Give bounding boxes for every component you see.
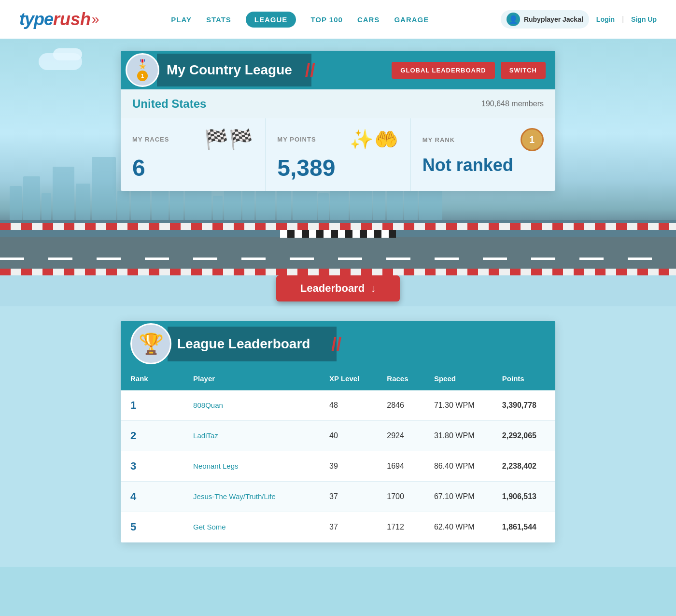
xp-cell: 39 (320, 451, 377, 482)
xp-cell: 37 (320, 482, 377, 512)
races-value: 6 (132, 155, 254, 181)
player-link[interactable]: LadiTaz (193, 431, 218, 440)
player-link[interactable]: 808Quan (193, 401, 223, 409)
lb-slash: // (331, 333, 341, 354)
races-cell: 1700 (377, 482, 424, 512)
header-title-block: My Country League // (157, 54, 311, 86)
xp-cell: 40 (320, 421, 377, 451)
nav-play[interactable]: PLAY (171, 15, 192, 24)
col-rank: Rank (121, 367, 183, 390)
stat-box-races: MY RACES 🏁🏁 6 (121, 118, 265, 191)
card-header-right: GLOBAL LEADERBOARD SWITCH (392, 62, 546, 79)
stats-grid: MY RACES 🏁🏁 6 MY POINTS ✨🤲 5,389 MY RANK (121, 118, 555, 191)
points-label: MY POINTS ✨🤲 (277, 128, 398, 151)
player-link[interactable]: Jesus-The Way/Truth/Life (193, 492, 276, 501)
rank-value: Not ranked (422, 155, 544, 175)
col-speed: Speed (424, 367, 493, 390)
rank-cell: 3 (130, 460, 136, 472)
top-bar: typerush» PLAY STATS LEAGUE TOP 100 CARS… (0, 0, 676, 39)
rank-cell: 5 (130, 521, 136, 533)
road-markings (0, 258, 676, 260)
points-cell: 1,906,513 (493, 482, 555, 512)
table-row: 5 Get Some 37 1712 62.40 WPM 1,861,544 (121, 512, 555, 543)
speed-cell: 71.30 WPM (424, 390, 493, 421)
members-count: 190,648 members (481, 100, 544, 108)
leaderboard-btn-section: Leaderboard ↓ (0, 271, 676, 306)
points-cell: 2,292,065 (493, 421, 555, 451)
rank-label: MY RANK 1 (422, 128, 544, 151)
leaderboard-table: Rank Player XP Level Races Speed Points … (121, 367, 555, 543)
table-row: 1 808Quan 48 2846 71.30 WPM 3,390,778 (121, 390, 555, 421)
rank-cell: 2 (130, 430, 136, 442)
signup-button[interactable]: Sign Up (631, 15, 657, 23)
player-link[interactable]: Get Some (193, 523, 226, 531)
card-header-title: My Country League (167, 62, 292, 78)
country-name: United States (132, 97, 206, 111)
stat-box-points: MY POINTS ✨🤲 5,389 (266, 118, 410, 191)
nav-top100[interactable]: TOP 100 (310, 15, 343, 24)
logo-rush: rush (53, 9, 91, 29)
speed-cell: 67.10 WPM (424, 482, 493, 512)
login-button[interactable]: Login (596, 15, 615, 23)
cloud-2 (53, 48, 82, 60)
lb-title-block: League Leaderboard // (168, 327, 337, 361)
col-races: Races (377, 367, 424, 390)
user-area: 👤 Rubyplayer Jackal Login | Sign Up (501, 10, 657, 29)
global-leaderboard-button[interactable]: GLOBAL LEADERBOARD (392, 62, 494, 79)
points-value: 5,389 (277, 155, 398, 181)
auth-separator: | (622, 15, 624, 24)
speed-cell: 31.80 WPM (424, 421, 493, 451)
col-player: Player (183, 367, 320, 390)
col-points: Points (493, 367, 555, 390)
user-icon: 👤 (507, 13, 520, 26)
rank-medal-icon: 1 (521, 128, 544, 151)
leaderboard-scroll-button[interactable]: Leaderboard ↓ (276, 275, 400, 301)
header-slash: // (305, 60, 315, 81)
nav-cars[interactable]: CARS (357, 15, 380, 24)
logo[interactable]: typerush» (19, 9, 99, 29)
lb-title: League Leaderboard (177, 336, 310, 351)
col-xp: XP Level (320, 367, 377, 390)
table-body: 1 808Quan 48 2846 71.30 WPM 3,390,778 2 … (121, 390, 555, 543)
xp-cell: 37 (320, 512, 377, 543)
down-arrow-icon: ↓ (370, 282, 376, 295)
table-row: 4 Jesus-The Way/Truth/Life 37 1700 67.10… (121, 482, 555, 512)
logo-arrows: » (92, 12, 99, 27)
trophy-icon: 🏆 (139, 332, 164, 356)
country-league-card: 🎖️ 1 My Country League // GLOBAL LEADERB… (121, 51, 555, 191)
checkered-flags-icon: 🏁🏁 (204, 128, 254, 151)
lower-section: 🏆 League Leaderboard // Rank Player XP L… (0, 306, 676, 567)
races-cell: 2846 (377, 390, 424, 421)
trophy-circle: 🏆 (130, 323, 171, 364)
switch-button[interactable]: SWITCH (501, 62, 546, 79)
road-barrier-top (0, 223, 676, 230)
leaderboard-card: 🏆 League Leaderboard // Rank Player XP L… (121, 321, 555, 543)
user-badge: 👤 Rubyplayer Jackal (501, 10, 589, 29)
medal-circle: 🎖️ 1 (126, 53, 159, 87)
races-cell: 2924 (377, 421, 424, 451)
nav-garage[interactable]: GARAGE (394, 15, 429, 24)
speed-cell: 86.40 WPM (424, 451, 493, 482)
races-cell: 1694 (377, 451, 424, 482)
points-cell: 2,238,402 (493, 451, 555, 482)
username-label: Rubyplayer Jackal (524, 15, 583, 23)
table-row: 2 LadiTaz 40 2924 31.80 WPM 2,292,065 (121, 421, 555, 451)
races-cell: 1712 (377, 512, 424, 543)
points-cell: 3,390,778 (493, 390, 555, 421)
card-header-left: 🎖️ 1 My Country League // (130, 53, 311, 87)
logo-type: type (19, 9, 53, 29)
scene: 🎖️ 1 My Country League // GLOBAL LEADERB… (0, 39, 676, 275)
nav-stats[interactable]: STATS (206, 15, 231, 24)
lb-header: 🏆 League Leaderboard // (121, 321, 555, 367)
xp-cell: 48 (320, 390, 377, 421)
stats-banner: United States 190,648 members (121, 89, 555, 118)
main-nav: PLAY STATS LEAGUE TOP 100 CARS GARAGE (171, 12, 429, 28)
table-header: Rank Player XP Level Races Speed Points (121, 367, 555, 390)
nav-league[interactable]: LEAGUE (246, 12, 296, 28)
speed-cell: 62.40 WPM (424, 512, 493, 543)
rank-cell: 1 (130, 399, 136, 411)
stat-box-rank: MY RANK 1 Not ranked (411, 118, 555, 191)
table-row: 3 Neonant Legs 39 1694 86.40 WPM 2,238,4… (121, 451, 555, 482)
player-link[interactable]: Neonant Legs (193, 462, 238, 470)
card-header: 🎖️ 1 My Country League // GLOBAL LEADERB… (121, 51, 555, 89)
